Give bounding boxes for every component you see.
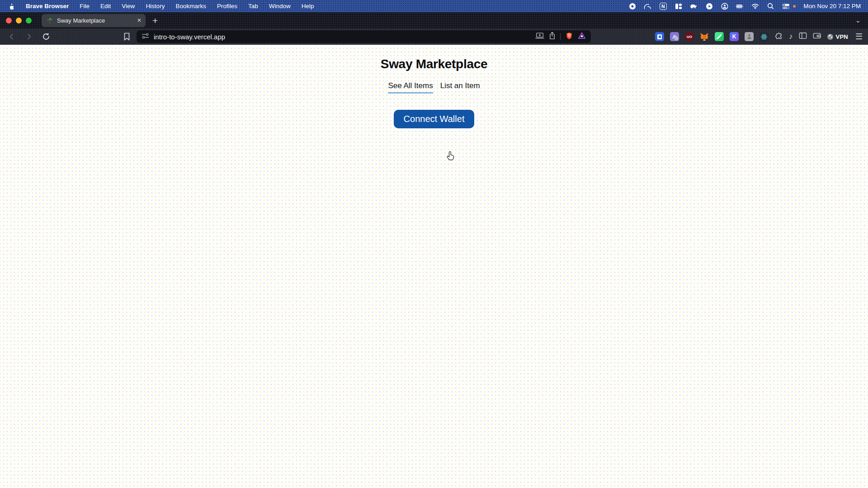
page-nav: See All Items List an Item	[388, 81, 480, 94]
palm-tree-favicon	[46, 17, 53, 24]
control-center-icon[interactable]	[782, 2, 790, 10]
menubar-clock[interactable]: Mon Nov 20 7:12 PM	[803, 3, 861, 9]
browser-menu-icon[interactable]: ☰	[855, 32, 863, 42]
record-status-icon[interactable]	[628, 2, 636, 10]
purple-extension-icon[interactable]	[670, 32, 679, 41]
macos-menu-bar: Brave Browser File Edit View History Boo…	[0, 0, 868, 12]
bookmark-icon[interactable]	[120, 30, 133, 43]
metamask-extension-icon[interactable]	[700, 32, 709, 41]
page-title: Sway Marketplace	[0, 45, 868, 71]
user-account-icon[interactable]	[721, 2, 728, 10]
ublock-badge-text: UO	[687, 35, 692, 39]
keplr-letter: K	[732, 33, 736, 40]
mouse-cursor-pointer	[445, 151, 455, 164]
vpn-label: VPN	[836, 33, 848, 40]
window-controls	[0, 18, 32, 23]
tab-title: Sway Marketplace	[57, 17, 133, 24]
extensions-puzzle-icon[interactable]	[774, 32, 783, 42]
notion-letter: N	[660, 3, 667, 10]
apple-logo-icon[interactable]	[7, 2, 15, 10]
window-tiles-icon[interactable]	[675, 2, 682, 10]
new-tab-button[interactable]: +	[152, 16, 158, 25]
brave-shields-icon[interactable]	[565, 32, 573, 42]
menubar-item-bookmarks[interactable]: Bookmarks	[175, 3, 206, 9]
menubar-item-profiles[interactable]: Profiles	[217, 3, 237, 9]
tab-search-chevron-icon[interactable]: ⌄	[855, 16, 861, 24]
green-extension-icon[interactable]	[715, 32, 724, 41]
tab-close-icon[interactable]: ✕	[137, 17, 142, 23]
share-icon[interactable]	[549, 32, 556, 42]
extensions-cluster: UO K ♪ VPN ☰	[655, 32, 863, 42]
menubar-app-name[interactable]: Brave Browser	[26, 3, 69, 9]
menubar-item-tab[interactable]: Tab	[248, 3, 258, 9]
forward-button[interactable]	[23, 30, 35, 43]
keplr-extension-icon[interactable]: K	[730, 32, 739, 41]
minimize-window-button[interactable]	[16, 18, 22, 23]
brave-vpn-button[interactable]: VPN	[827, 33, 848, 40]
menubar-item-view[interactable]: View	[122, 3, 135, 9]
browser-tab-strip: Sway Marketplace ✕ + ⌄	[0, 12, 868, 28]
browser-tab-sway-marketplace[interactable]: Sway Marketplace ✕	[42, 14, 146, 27]
react-devtools-extension-icon[interactable]	[760, 32, 769, 41]
url-text[interactable]: intro-to-sway.vercel.app	[154, 33, 225, 41]
menubar-item-help[interactable]: Help	[302, 3, 314, 9]
battery-charging-icon[interactable]	[736, 2, 744, 10]
brave-rewards-icon[interactable]	[578, 32, 586, 42]
password-manager-extension-icon[interactable]	[655, 32, 664, 41]
menubar-item-history[interactable]: History	[146, 3, 165, 9]
notification-dot	[793, 5, 796, 8]
wifi-icon[interactable]	[751, 2, 759, 10]
menubar-item-file[interactable]: File	[80, 3, 90, 9]
media-control-icon[interactable]: ♪	[789, 32, 793, 41]
browser-toolbar: intro-to-sway.vercel.app UO K	[0, 28, 868, 45]
tab-list-an-item[interactable]: List an Item	[440, 81, 480, 94]
grey-extension-icon[interactable]	[745, 32, 754, 41]
brave-wallet-icon[interactable]	[813, 32, 821, 41]
url-bar[interactable]: intro-to-sway.vercel.app	[137, 30, 591, 43]
spotlight-search-icon[interactable]	[767, 2, 774, 10]
reading-mode-icon[interactable]	[535, 32, 544, 41]
menubar-item-edit[interactable]: Edit	[100, 3, 111, 9]
page-content: Sway Marketplace See All Items List an I…	[0, 45, 868, 488]
sidebar-toggle-icon[interactable]	[799, 32, 807, 41]
menubar-item-window[interactable]: Window	[269, 3, 291, 9]
zoom-window-button[interactable]	[26, 18, 32, 23]
arc-app-icon[interactable]	[644, 2, 651, 10]
urlbar-divider	[560, 33, 561, 40]
notion-app-icon[interactable]: N	[659, 2, 667, 10]
elephant-app-icon[interactable]	[690, 2, 698, 10]
site-settings-icon[interactable]	[142, 33, 149, 41]
reload-button[interactable]	[40, 30, 52, 43]
ublock-extension-icon[interactable]: UO	[685, 32, 694, 41]
connect-wallet-button[interactable]: Connect Wallet	[394, 110, 475, 128]
back-button[interactable]	[5, 30, 18, 43]
play-status-icon[interactable]	[705, 2, 713, 10]
close-window-button[interactable]	[6, 18, 12, 23]
tab-see-all-items[interactable]: See All Items	[388, 81, 433, 94]
